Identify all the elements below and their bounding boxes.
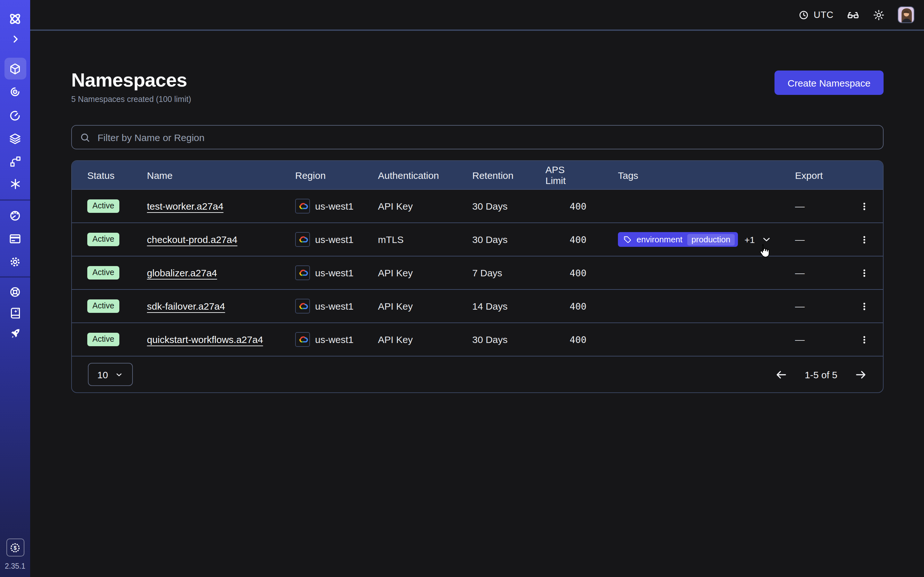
col-header-status: Status <box>72 169 147 181</box>
svg-text:$: $ <box>13 545 16 551</box>
export-cell: — <box>790 234 846 245</box>
status-badge: Active <box>87 266 120 279</box>
namespaces-table: Status Name Region Authentication Retent… <box>71 160 884 393</box>
sidebar-item-namespaces[interactable] <box>4 58 26 79</box>
export-cell: — <box>790 268 846 278</box>
gauge-icon <box>8 209 22 222</box>
sidebar-item-connectivity[interactable] <box>4 173 26 195</box>
previous-page-button[interactable] <box>774 367 788 381</box>
book-sparkle-icon <box>9 306 21 319</box>
namespace-link[interactable]: sdk-failover.a27a4 <box>147 301 225 311</box>
namespace-link[interactable]: test-worker.a27a4 <box>147 201 223 211</box>
aps-limit-cell: 400 <box>570 301 596 311</box>
sidebar-item-workflows[interactable] <box>4 81 26 103</box>
credit-card-icon <box>8 232 22 245</box>
sidebar-item-schedules[interactable] <box>4 105 26 126</box>
gcp-cloud-icon <box>295 299 310 314</box>
namespace-link[interactable]: quickstart-workflows.a27a4 <box>147 334 263 345</box>
next-page-button[interactable] <box>854 367 867 381</box>
gcp-cloud-icon <box>295 266 310 280</box>
create-namespace-button[interactable]: Create Namespace <box>774 71 884 95</box>
namespace-link[interactable]: checkout-prod.a27a4 <box>147 234 237 245</box>
page-title: Namespaces <box>71 69 191 90</box>
row-actions-menu[interactable] <box>857 198 872 214</box>
kebab-menu-icon <box>859 267 869 279</box>
aps-limit-cell: 400 <box>570 234 596 245</box>
sidebar-item-support[interactable] <box>4 281 26 303</box>
row-actions-menu[interactable] <box>857 264 872 281</box>
namespace-link[interactable]: globalizer.a27a4 <box>147 268 217 278</box>
sidebar-item-billing[interactable] <box>4 227 26 250</box>
filter-bar <box>71 125 884 149</box>
aps-limit-cell: 400 <box>570 268 596 278</box>
avatar[interactable] <box>898 6 914 23</box>
table-row: Active checkout-prod.a27a4 us-west1 mTLS… <box>72 222 883 256</box>
theme-toggle[interactable] <box>873 9 885 21</box>
sidebar-item-deployments[interactable] <box>4 127 26 149</box>
row-actions-menu[interactable] <box>857 231 872 248</box>
sidebar-divider <box>0 276 30 277</box>
sun-icon <box>873 9 885 21</box>
app-root: $ 2.35.1 UTC <box>0 0 924 577</box>
dollar-badge-icon: $ <box>9 542 21 554</box>
sidebar-item-usage[interactable] <box>4 205 26 226</box>
sidebar-collapse-button[interactable] <box>4 28 26 50</box>
region-label: us-west1 <box>315 334 354 345</box>
page-size-select[interactable]: 10 <box>88 363 133 386</box>
table-footer: 10 1-5 of 5 <box>72 356 883 392</box>
tag-more-count: +1 <box>745 234 755 245</box>
status-badge: Active <box>87 199 120 213</box>
col-header-retention: Retention <box>472 169 545 181</box>
app-version: 2.35.1 <box>0 562 30 570</box>
topbar: UTC <box>30 0 924 31</box>
tag-expand-chevron-icon[interactable] <box>761 234 772 245</box>
table-row: Active test-worker.a27a4 us-west1 API Ke… <box>72 189 883 222</box>
temporal-logo-icon[interactable] <box>4 8 26 29</box>
sidebar-item-getting-started[interactable] <box>4 322 26 344</box>
asterisk-icon <box>9 177 21 190</box>
cube-icon <box>8 62 22 75</box>
authentication-cell: API Key <box>378 201 472 211</box>
sidebar-item-settings[interactable] <box>4 251 26 272</box>
col-header-export: Export <box>790 169 846 181</box>
col-header-aps-limit: APS Limit <box>545 164 596 186</box>
tag-pill[interactable]: environment production <box>618 232 738 247</box>
sidebar-divider <box>0 199 30 201</box>
sidebar-item-docs[interactable] <box>4 302 26 324</box>
row-actions-menu[interactable] <box>857 331 872 348</box>
authentication-cell: API Key <box>378 268 472 278</box>
retention-cell: 30 Days <box>472 201 545 211</box>
tag-icon <box>623 235 632 244</box>
credits-button[interactable]: $ <box>6 538 24 556</box>
accessibility-toggle[interactable] <box>846 8 860 21</box>
export-cell: — <box>790 334 846 345</box>
col-header-name: Name <box>147 169 295 181</box>
tag-group: environment production +1 <box>618 232 790 247</box>
export-cell: — <box>790 201 846 211</box>
pagination-range: 1-5 of 5 <box>804 369 837 380</box>
table-header-row: Status Name Region Authentication Retent… <box>72 161 883 189</box>
kebab-menu-icon <box>859 300 869 312</box>
table-row: Active globalizer.a27a4 us-west1 API Key… <box>72 256 883 289</box>
chevron-down-icon <box>115 370 124 379</box>
page-subtitle: 5 Namespaces created (100 limit) <box>71 95 191 104</box>
timezone-selector[interactable]: UTC <box>798 9 834 20</box>
filter-input[interactable] <box>96 131 875 143</box>
main-content: Namespaces 5 Namespaces created (100 lim… <box>30 31 924 577</box>
table-body: Active test-worker.a27a4 us-west1 API Ke… <box>72 189 883 356</box>
glasses-icon <box>846 8 860 21</box>
clock-icon <box>798 9 809 20</box>
layers-icon <box>8 132 22 145</box>
authentication-cell: mTLS <box>378 234 472 245</box>
status-badge: Active <box>87 232 120 246</box>
search-icon <box>79 132 90 143</box>
table-row: Active quickstart-workflows.a27a4 us-wes… <box>72 322 883 356</box>
row-actions-menu[interactable] <box>857 298 872 314</box>
tag-value: production <box>687 234 735 245</box>
region-label: us-west1 <box>315 201 354 211</box>
sidebar-item-nexus[interactable] <box>4 150 26 172</box>
page-size-value: 10 <box>97 369 108 380</box>
chevron-right-icon <box>9 33 21 45</box>
kebab-menu-icon <box>859 200 869 212</box>
status-badge: Active <box>87 299 120 313</box>
